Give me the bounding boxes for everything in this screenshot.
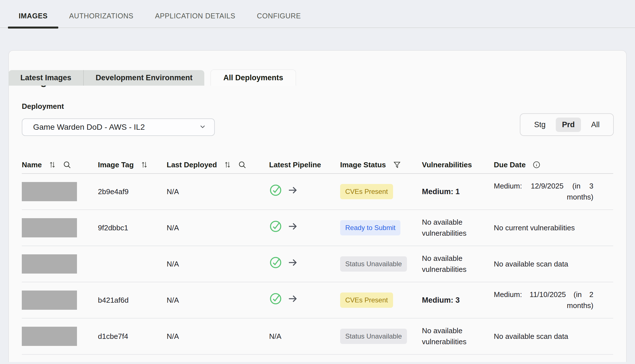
vulnerabilities-cell: No available vulnerabilities	[422, 253, 494, 275]
tab-authorizations[interactable]: AUTHORIZATIONS	[58, 10, 144, 27]
status-badge: Status Unavailable	[340, 329, 407, 344]
last-deployed-cell: N/A	[167, 259, 269, 270]
image-tag-cell: 9f2dbbc1	[98, 222, 167, 233]
env-option-all[interactable]: All	[585, 118, 606, 132]
pipeline-success-icon	[269, 292, 282, 308]
tab-images[interactable]: IMAGES	[8, 10, 58, 27]
image-tag-cell: b421af6d	[98, 295, 167, 306]
vulnerabilities-cell: No available vulnerabilities	[422, 217, 494, 239]
search-icon[interactable]	[238, 161, 246, 169]
vulnerabilities-cell: Medium: 1	[422, 186, 494, 198]
column-header-due-date: Due Date	[494, 161, 593, 169]
column-header-name: Name	[22, 161, 98, 169]
latest-pipeline-cell: N/A	[269, 331, 340, 342]
name-cell	[22, 182, 98, 201]
status-badge: CVEs Present	[340, 292, 393, 308]
arrow-right-icon[interactable]	[287, 220, 299, 235]
last-deployed-cell: N/A	[167, 295, 269, 306]
search-icon[interactable]	[63, 161, 71, 169]
arrow-right-icon[interactable]	[287, 293, 299, 308]
redacted-name-block	[22, 182, 77, 201]
image-status-cell: Status Unavailable	[340, 329, 422, 344]
tab-development-environment[interactable]: Development Environment	[83, 70, 204, 86]
due-date-cell: Medium: 12/9/2025 (in 3 months)	[494, 181, 593, 203]
last-deployed-cell: N/A	[167, 222, 269, 233]
filter-icon[interactable]	[393, 161, 401, 169]
sub-tab-bar: Latest Images Development Environment Al…	[8, 70, 296, 86]
redacted-name-block	[22, 327, 77, 346]
column-header-image-status: Image Status	[340, 161, 422, 169]
due-date-cell: No available scan data	[494, 259, 593, 270]
latest-pipeline-cell	[269, 220, 340, 236]
arrow-right-icon[interactable]	[287, 184, 299, 199]
image-status-cell: CVEs Present	[340, 292, 422, 308]
redacted-name-block	[22, 254, 77, 274]
tab-latest-images[interactable]: Latest Images	[8, 70, 83, 86]
sort-icon[interactable]	[49, 161, 56, 169]
latest-pipeline-cell	[269, 184, 340, 200]
vulnerabilities-cell: Medium: 3	[422, 294, 494, 306]
table-row: d1cbe7f4 N/A N/A Status Unavailable No a…	[22, 318, 613, 355]
deployment-label: Deployment	[22, 102, 613, 110]
tab-configure[interactable]: CONFIGURE	[246, 10, 312, 27]
env-option-prd[interactable]: Prd	[556, 118, 581, 132]
status-badge: Status Unavailable	[340, 256, 407, 272]
info-icon[interactable]	[533, 161, 540, 169]
deployment-select[interactable]: Game Warden DoD - AWS - IL2	[22, 118, 215, 136]
due-date-cell: Medium: 11/10/2025 (in 2 months)	[494, 289, 593, 311]
deployment-selected-value: Game Warden DoD - AWS - IL2	[33, 123, 145, 132]
image-tag-cell: d1cbe7f4	[98, 331, 167, 342]
page: IMAGES AUTHORIZATIONS APPLICATION DETAIL…	[0, 0, 635, 364]
due-date-cell: No available scan data	[494, 331, 593, 342]
tab-all-deployments[interactable]: All Deployments	[211, 70, 296, 86]
pipeline-success-icon	[269, 220, 282, 236]
redacted-name-block	[22, 291, 77, 310]
top-navigation: IMAGES AUTHORIZATIONS APPLICATION DETAIL…	[0, 0, 635, 28]
pipeline-success-icon	[269, 184, 282, 200]
table-row: 9f2dbbc1 N/A	[22, 210, 613, 246]
table-row: N/A	[22, 246, 613, 282]
redacted-name-block	[22, 218, 77, 237]
image-tag-cell: 2b9e4af9	[98, 186, 167, 197]
status-badge: CVEs Present	[340, 184, 393, 199]
vulnerabilities-cell: No available vulnerabilities	[422, 325, 494, 347]
tab-application-details[interactable]: APPLICATION DETAILS	[144, 10, 246, 27]
arrow-right-icon[interactable]	[287, 257, 299, 272]
table-row: 2b9e4af9 N/A	[22, 174, 613, 210]
column-header-image-tag: Image Tag	[98, 161, 167, 169]
images-panel: Images in PRD Deployment Game Warden DoD…	[8, 50, 627, 362]
inactive-tab-group: Latest Images Development Environment	[8, 70, 204, 86]
table-row: b421af6d N/A	[22, 282, 613, 318]
sort-icon[interactable]	[141, 161, 148, 169]
last-deployed-cell: N/A	[167, 186, 269, 197]
env-option-stg[interactable]: Stg	[528, 118, 552, 132]
column-header-vulnerabilities: Vulnerabilities	[422, 161, 494, 169]
name-cell	[22, 254, 98, 274]
chevron-down-icon	[198, 122, 207, 132]
table-header-row: Name	[22, 156, 613, 174]
status-badge: Ready to Submit	[340, 220, 400, 235]
latest-pipeline-cell	[269, 292, 340, 308]
image-status-cell: Ready to Submit	[340, 220, 422, 235]
content-area: Latest Images Development Environment Al…	[0, 50, 635, 364]
name-cell	[22, 218, 98, 237]
sort-icon[interactable]	[224, 161, 231, 169]
due-date-cell: No current vulnerabilities	[494, 222, 593, 233]
images-table: Name	[22, 156, 613, 355]
image-status-cell: Status Unavailable	[340, 256, 422, 272]
name-cell	[22, 327, 98, 346]
image-status-cell: CVEs Present	[340, 184, 422, 199]
last-deployed-cell: N/A	[167, 331, 269, 342]
column-header-latest-pipeline: Latest Pipeline	[269, 161, 340, 169]
pipeline-success-icon	[269, 256, 282, 272]
name-cell	[22, 291, 98, 310]
latest-pipeline-cell	[269, 256, 340, 272]
environment-toggle: Stg Prd All	[520, 113, 614, 136]
column-header-last-deployed: Last Deployed	[167, 161, 269, 169]
